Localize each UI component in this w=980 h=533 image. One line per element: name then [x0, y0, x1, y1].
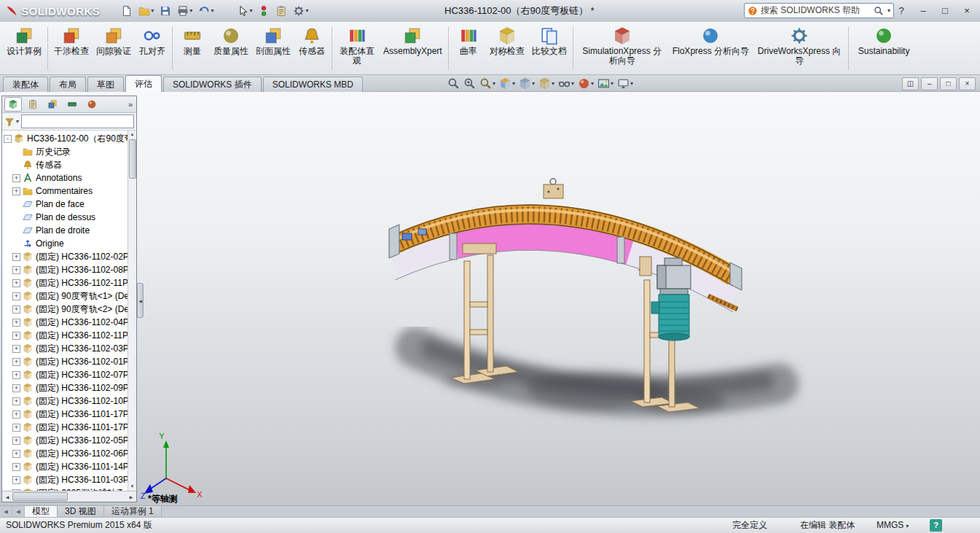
tree-item[interactable]: +(固定) HC336-1101-17P: [2, 421, 128, 434]
mass-properties-button[interactable]: 质量属性: [211, 24, 251, 73]
sustainability-button[interactable]: Sustainability: [852, 24, 916, 73]
maximize-button[interactable]: □: [935, 2, 955, 18]
tab-SOLIDWORKS 插件[interactable]: SOLIDWORKS 插件: [163, 77, 262, 92]
tree-item[interactable]: 传感器: [2, 158, 128, 171]
graphics-area[interactable]: Y X Z *等轴测: [0, 92, 980, 505]
sensor-button[interactable]: 传感器: [295, 24, 329, 73]
tree-item[interactable]: Plan de droite: [2, 224, 128, 237]
configurationmanager-tab[interactable]: [44, 97, 61, 112]
close-button[interactable]: ×: [957, 2, 977, 18]
doc-tab-模型[interactable]: 模型: [25, 506, 58, 517]
tree-item[interactable]: +(固定) HC336-1101-17P: [2, 408, 128, 421]
displaymanager-tab[interactable]: [83, 97, 101, 112]
expand-toggle[interactable]: +: [12, 345, 20, 353]
print-button[interactable]: ▾: [175, 2, 195, 20]
expand-toggle[interactable]: +: [12, 371, 20, 379]
expand-toggle[interactable]: +: [12, 450, 20, 458]
tree-item[interactable]: Plan de dessus: [2, 211, 128, 224]
minimize-document-button[interactable]: –: [921, 77, 938, 90]
dropdown-icon[interactable]: ▾: [630, 81, 633, 87]
clearance-verification-button[interactable]: 间隙验证: [93, 24, 134, 73]
dropdown-icon[interactable]: ▾: [611, 81, 614, 87]
tile-windows-button[interactable]: ◫: [902, 77, 919, 90]
options-button[interactable]: ▾: [291, 2, 310, 20]
hole-alignment-button[interactable]: 孔对齐: [136, 24, 169, 73]
dropdown-icon[interactable]: ▾: [591, 81, 594, 87]
expand-toggle[interactable]: +: [12, 266, 20, 274]
doc-tab-3D 视图[interactable]: 3D 视图: [58, 506, 104, 517]
tree-vscrollbar[interactable]: ▲ ▼: [128, 131, 136, 491]
expand-toggle[interactable]: +: [12, 424, 20, 432]
expand-toggle[interactable]: +: [12, 358, 20, 366]
units-dropdown-icon[interactable]: ▾: [906, 523, 909, 529]
doc-tab-运动算例 1[interactable]: 运动算例 1: [104, 506, 162, 517]
dropdown-icon[interactable]: ▾: [532, 81, 535, 87]
tree-item[interactable]: +(固定) HC336-1102-08P: [2, 263, 128, 276]
select-button[interactable]: ▾: [235, 2, 254, 20]
measure-button[interactable]: 测量: [176, 24, 209, 73]
dropdown-icon[interactable]: ▾: [189, 8, 192, 14]
minimize-button[interactable]: –: [913, 2, 933, 18]
expand-toggle[interactable]: +: [12, 292, 20, 300]
filter-button[interactable]: ▾: [4, 117, 19, 127]
compare-documents-button[interactable]: 比较文档: [529, 24, 570, 73]
expand-toggle[interactable]: +: [12, 397, 20, 405]
collapse-toggle[interactable]: -: [4, 135, 12, 143]
featuremanager-tab[interactable]: [4, 97, 22, 112]
help-button[interactable]: ?: [891, 2, 912, 18]
status-units[interactable]: MMGS▾: [877, 518, 909, 533]
display-style-button[interactable]: ▾: [537, 77, 556, 90]
tree-item[interactable]: +(固定) 90度弯轨<1> (De: [2, 289, 128, 303]
tree-item[interactable]: +(固定) HC336-1102-11P: [2, 276, 128, 289]
tab-草图[interactable]: 草图: [87, 77, 124, 92]
section-view-button[interactable]: ▾: [498, 77, 517, 90]
panel-splitter-handle[interactable]: ◀: [137, 283, 144, 318]
dimxpertmanager-tab[interactable]: [63, 97, 81, 112]
design-study-button[interactable]: 设计算例: [4, 24, 44, 73]
tab-scroll-first-button[interactable]: ◀: [0, 506, 12, 517]
hscroll-thumb[interactable]: [12, 492, 68, 501]
zoom-fit-button[interactable]: [446, 77, 461, 90]
rebuild-button[interactable]: [256, 2, 272, 20]
expand-toggle[interactable]: +: [12, 306, 20, 314]
search-dropdown-icon[interactable]: ▾: [887, 8, 890, 14]
panel-flyout-chevron[interactable]: »: [128, 100, 134, 109]
tree-item[interactable]: +(固定) HC336-1102-05P: [2, 434, 128, 447]
tree-item[interactable]: Plan de face: [2, 198, 128, 211]
dropdown-icon[interactable]: ▾: [249, 8, 252, 14]
tree-item[interactable]: +Annotations: [2, 171, 128, 184]
tree-item[interactable]: +(固定) HC336-1102-10P: [2, 394, 128, 408]
view-orientation-button[interactable]: ▾: [517, 77, 536, 90]
tab-评估[interactable]: 评估: [125, 75, 162, 92]
search-input[interactable]: 搜索 SOLIDWORKS 帮助 ▾: [744, 3, 894, 18]
hide-show-items-button[interactable]: ▾: [557, 77, 576, 90]
apply-scene-button[interactable]: ▾: [596, 77, 615, 90]
filter-dropdown-icon[interactable]: ▾: [16, 119, 19, 125]
expand-toggle[interactable]: +: [12, 476, 20, 484]
search-icon[interactable]: [874, 6, 884, 16]
expand-toggle[interactable]: +: [12, 174, 20, 182]
tab-scroll-left-button[interactable]: ◀: [12, 506, 25, 517]
tab-SOLIDWORKS MBD[interactable]: SOLIDWORKS MBD: [263, 77, 363, 92]
expand-toggle[interactable]: +: [12, 279, 20, 287]
tree-item[interactable]: +(固定) HC336-1102-04P: [2, 316, 128, 329]
dropdown-icon[interactable]: ▾: [552, 81, 554, 87]
tree-item[interactable]: +(固定) HC336-1102-01P: [2, 355, 128, 368]
expand-toggle[interactable]: +: [12, 437, 20, 445]
dropdown-icon[interactable]: ▾: [493, 81, 495, 87]
tree-item[interactable]: +(固定) HC336-1102-09P: [2, 381, 128, 394]
section-properties-button[interactable]: 剖面属性: [253, 24, 294, 73]
expand-toggle[interactable]: +: [12, 489, 20, 491]
dropdown-icon[interactable]: ▾: [512, 81, 515, 87]
dropdown-icon[interactable]: ▾: [305, 8, 308, 14]
assemblyxpert-button[interactable]: AssemblyXpert: [380, 24, 445, 73]
status-help-badge[interactable]: ?: [930, 519, 942, 532]
expand-toggle[interactable]: +: [12, 384, 20, 392]
curvature-button[interactable]: 曲率: [452, 24, 485, 73]
simulationxpress-button[interactable]: SimulationXpress 分析向导: [576, 24, 668, 73]
tree-item[interactable]: 历史记录: [2, 145, 128, 158]
tree-hscrollbar[interactable]: ◀ ▶: [2, 491, 136, 502]
tree-filter-input[interactable]: [21, 114, 134, 128]
vscroll-thumb[interactable]: [129, 139, 136, 179]
scroll-left-icon[interactable]: ◀: [2, 494, 12, 499]
